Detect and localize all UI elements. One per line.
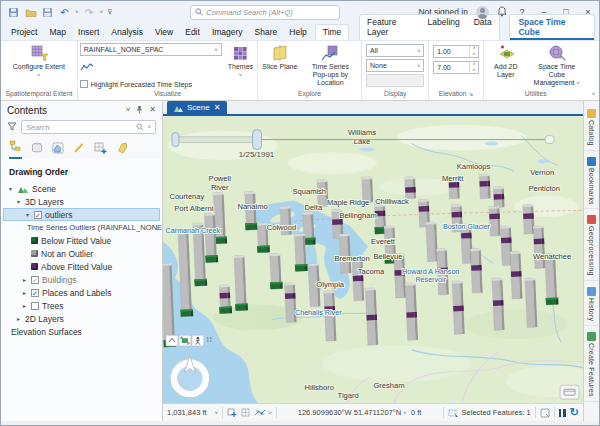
contextual-tab-data[interactable]: Data: [467, 15, 499, 40]
grid-icon[interactable]: [241, 408, 250, 417]
redo-icon[interactable]: ↷: [83, 6, 96, 19]
time-series-chart-icon[interactable]: [80, 58, 222, 76]
spacetime-bar[interactable]: [284, 283, 296, 323]
time-slider-end-cap[interactable]: [545, 136, 554, 144]
spacetime-bar[interactable]: [523, 204, 535, 234]
contents-search-input[interactable]: Search ˅: [21, 120, 156, 134]
places-checkbox[interactable]: ✓: [31, 289, 39, 297]
tree-item-3d-layers[interactable]: ▾ 3D Layers: [1, 195, 162, 208]
spacetime-bar[interactable]: [405, 177, 416, 199]
tab-data-source[interactable]: [31, 142, 43, 159]
trees-checkbox[interactable]: [31, 302, 39, 310]
menu-tab-edit[interactable]: Edit: [179, 25, 206, 40]
tree-item-2d-layers[interactable]: ▸ 2D Layers: [1, 312, 162, 325]
menu-tab-project[interactable]: Project: [5, 25, 43, 40]
spacetime-bar[interactable]: [479, 174, 490, 199]
dock-tab-bookmarks[interactable]: Bookmarks: [584, 153, 599, 210]
coordinates-readout[interactable]: 126.9099630°W 51.4711207°N ˅ 0 ft: [281, 408, 439, 417]
dock-tab-history[interactable]: History: [584, 283, 599, 326]
map-scale-select[interactable]: 1,031,843 ft˅: [167, 408, 218, 417]
display-combo-all[interactable]: All˅: [366, 44, 424, 57]
tree-item-outliers[interactable]: ▾ ✓ outliers: [3, 208, 160, 221]
menu-tab-analysis[interactable]: Analysis: [105, 25, 149, 40]
popup-dock-button[interactable]: [560, 385, 579, 399]
panel-options-chevron-icon[interactable]: ˅: [126, 105, 131, 116]
time-series-popups-button[interactable]: Time Series Pop-ups by Location: [302, 43, 359, 88]
dock-tab-geoprocessing[interactable]: Geoprocessing: [584, 211, 599, 281]
pause-drawing-icon[interactable]: [559, 409, 566, 417]
dock-tab-create-features[interactable]: Create Features: [584, 328, 599, 402]
nav-expand-button[interactable]: [166, 335, 178, 346]
spacetime-bar[interactable]: [470, 248, 482, 293]
variable-dropdown[interactable]: RAINFALL_NONE_SPAC˅: [80, 43, 222, 56]
selected-features-indicator[interactable]: Selected Features: 1: [448, 408, 531, 418]
save-project-icon[interactable]: [41, 6, 54, 19]
spacetime-bar[interactable]: [493, 187, 504, 208]
buildings-checkbox[interactable]: ✓: [31, 276, 39, 284]
expander-icon[interactable]: ▸: [21, 302, 28, 309]
scene-view-tab[interactable]: Scene ✕: [167, 101, 227, 114]
pin-icon[interactable]: [136, 105, 143, 116]
snap-toggle-icon[interactable]: ˅: [254, 408, 272, 417]
tree-item-places-labels[interactable]: ▸ ✓ Places and Labels: [1, 286, 162, 299]
base-height-spinner[interactable]: 7.00˄˅: [433, 61, 479, 74]
tab-selection[interactable]: [52, 142, 64, 159]
menu-tab-insert[interactable]: Insert: [72, 25, 105, 40]
qat-customize-icon[interactable]: ⊽: [107, 8, 112, 16]
spacetime-bar[interactable]: [352, 258, 364, 301]
filter-icon[interactable]: [7, 122, 17, 133]
expander-icon[interactable]: ▸: [21, 289, 28, 296]
search-options-chevron-icon[interactable]: ˅: [147, 124, 151, 130]
refresh-icon[interactable]: ↻: [570, 406, 579, 419]
highlight-forecasted-checkbox[interactable]: Highlight Forecasted Time Steps: [80, 80, 222, 88]
expander-icon[interactable]: ▾: [7, 185, 14, 192]
panel-close-icon[interactable]: ✕: [149, 105, 156, 116]
ribbon-collapse-icon[interactable]: ˅: [592, 91, 596, 97]
menu-tab-share[interactable]: Share: [249, 25, 284, 40]
expander-icon[interactable]: ▾: [24, 211, 31, 218]
expander-icon[interactable]: ▸: [21, 276, 28, 283]
vertical-exaggeration-spinner[interactable]: 1.00˄˅: [433, 45, 479, 58]
save-icon[interactable]: [7, 6, 20, 19]
tab-space-time-cube[interactable]: Space Time Cube: [509, 14, 595, 40]
tree-item-scene[interactable]: ▾ Scene: [1, 182, 162, 195]
time-slider-current-handle[interactable]: [253, 130, 262, 150]
spacetime-bar[interactable]: [510, 251, 522, 299]
tree-item-buildings[interactable]: ▸ ✓ Buildings: [1, 273, 162, 286]
display-combo-none[interactable]: None˅: [366, 59, 424, 72]
menu-tab-help[interactable]: Help: [283, 25, 312, 40]
menu-tab-imagery[interactable]: Imagery: [206, 25, 249, 40]
outliers-checkbox[interactable]: ✓: [34, 211, 42, 219]
account-avatar[interactable]: [476, 6, 489, 19]
expander-icon[interactable]: ▸: [15, 315, 22, 322]
time-slider-range[interactable]: [177, 137, 257, 143]
open-project-icon[interactable]: [24, 6, 37, 19]
menu-tab-map[interactable]: Map: [43, 25, 72, 40]
dialog-launcher-icon[interactable]: ⇘: [469, 91, 474, 97]
redo-dropdown-icon[interactable]: ˅: [100, 9, 104, 15]
spacetime-bar[interactable]: [489, 206, 501, 236]
add-2d-layer-button[interactable]: Add 2D Layer: [486, 43, 526, 80]
time-slider-start-handle[interactable]: [172, 133, 179, 147]
expander-icon[interactable]: ▾: [15, 198, 22, 205]
scene-tab-close-icon[interactable]: ✕: [214, 103, 221, 112]
contextual-tab-labeling[interactable]: Labeling: [421, 15, 467, 40]
tab-editing[interactable]: [73, 142, 85, 159]
configure-extent-button[interactable]: Configure Extent˅: [11, 43, 67, 80]
spacetime-bar[interactable]: [525, 278, 538, 328]
scene-view[interactable]: WilliamsLakeKamloopsMerrittVernonPentict…: [163, 116, 583, 403]
tab-drawing-order[interactable]: [9, 140, 22, 159]
tab-snapping[interactable]: [94, 142, 107, 159]
tab-labeling[interactable]: [116, 142, 129, 159]
map-canvas[interactable]: WilliamsLakeKamloopsMerrittVernonPentict…: [163, 116, 583, 403]
tree-item-elevation-surfaces[interactable]: Elevation Surfaces: [1, 325, 162, 338]
attributes-icon[interactable]: [540, 408, 550, 418]
themes-button[interactable]: Themes˅: [226, 43, 255, 80]
command-search-input[interactable]: Command Search (Alt+Q): [190, 5, 340, 20]
dock-tab-catalog[interactable]: Catalog: [584, 105, 599, 151]
menu-tab-view[interactable]: View: [149, 25, 179, 40]
spacetime-bar[interactable]: [426, 222, 438, 262]
contextual-tab-feature-layer[interactable]: Feature Layer: [360, 15, 421, 40]
undo-dropdown-icon[interactable]: ˅: [75, 9, 79, 15]
undo-icon[interactable]: ↶: [58, 6, 71, 19]
